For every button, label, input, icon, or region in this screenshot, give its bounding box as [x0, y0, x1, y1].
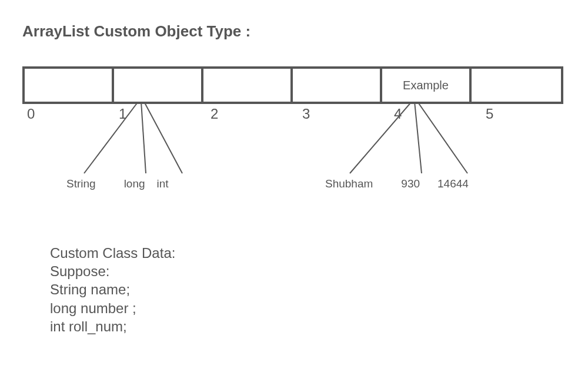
- array-cell-2: [203, 69, 293, 102]
- class-definition-text: Custom Class Data: Suppose: String name;…: [50, 244, 175, 335]
- fork1-label-2: int: [157, 177, 169, 190]
- fork-labels-1: String long int: [66, 177, 169, 190]
- fork-labels-2: Shubham 930 14644: [325, 177, 469, 190]
- index-label-2: 2: [206, 106, 298, 122]
- fork-lines-2: [326, 102, 479, 178]
- fork1-label-1: long: [124, 177, 145, 190]
- svg-line-0: [84, 102, 138, 173]
- fork1-label-0: String: [66, 177, 96, 190]
- class-def-line-3: String name;: [50, 280, 175, 298]
- array-cell-1: [114, 69, 203, 102]
- svg-line-5: [417, 102, 467, 173]
- class-def-line-1: Custom Class Data:: [50, 244, 175, 262]
- fork2-label-0: Shubham: [325, 177, 373, 190]
- svg-line-3: [350, 102, 412, 173]
- index-label-5: 5: [481, 106, 573, 122]
- svg-line-4: [415, 102, 422, 173]
- array-cell-4: Example: [382, 69, 472, 102]
- fork2-label-2: 14644: [437, 177, 469, 190]
- class-def-line-4: long number ;: [50, 299, 175, 317]
- fork-lines-1: [68, 102, 197, 178]
- svg-line-2: [144, 102, 182, 173]
- class-def-line-2: Suppose:: [50, 262, 175, 280]
- array-cell-0: [25, 69, 114, 102]
- svg-line-1: [141, 102, 146, 173]
- array-container: Example: [22, 66, 563, 104]
- array-cell-3: [293, 69, 382, 102]
- class-def-line-5: int roll_num;: [50, 317, 175, 335]
- diagram-title: ArrayList Custom Object Type :: [22, 22, 250, 41]
- array-cell-5: [472, 69, 561, 102]
- fork2-label-1: 930: [401, 177, 420, 190]
